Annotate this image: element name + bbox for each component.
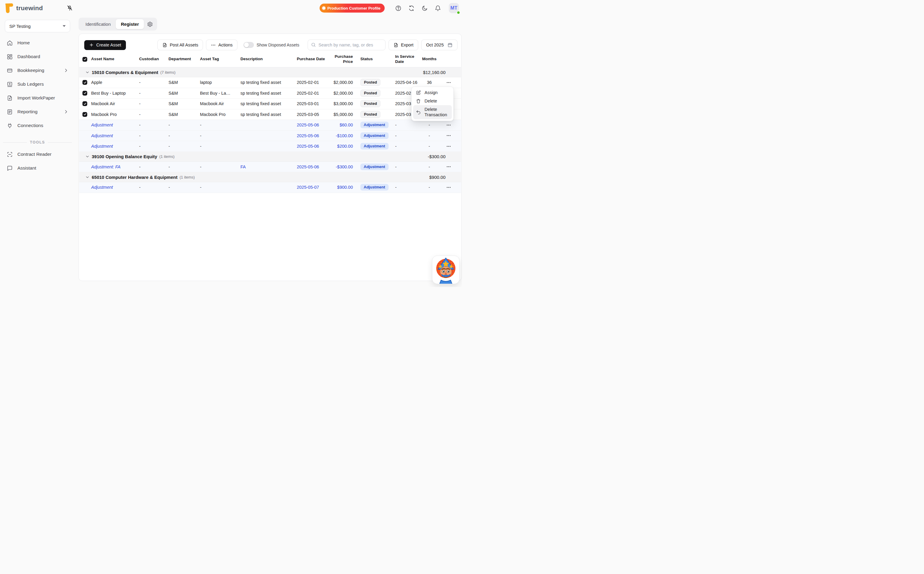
show-disposed-toggle[interactable] <box>244 42 254 48</box>
sidebar-item-bookkeeping[interactable]: Bookkeeping <box>3 63 72 77</box>
actions-button[interactable]: Actions <box>206 39 237 50</box>
environment-badge[interactable]: Production Customer Profile <box>320 3 384 13</box>
file-import-icon <box>6 95 13 101</box>
home-icon <box>6 40 13 46</box>
group-item-count: (1 items) <box>159 154 174 159</box>
group-header-row[interactable]: 39100 Opening Balance Equity(1 items)-$3… <box>79 152 461 162</box>
status-cell: Posted <box>356 79 391 86</box>
sidebar: SP Testing Home Dashboard Bookkeeping <box>0 16 75 175</box>
row-actions-menu-button[interactable] <box>445 121 453 129</box>
wizard-icon <box>434 257 458 284</box>
dark-mode-moon-icon[interactable] <box>421 5 428 11</box>
period-picker-button[interactable]: Oct 2025 <box>421 39 457 50</box>
search-input[interactable] <box>308 39 386 50</box>
row-actions-menu-button[interactable] <box>445 132 453 139</box>
menu-item-delete[interactable]: Delete <box>413 97 452 105</box>
asset-tag-cell: Macbook Air <box>200 101 240 106</box>
custodian-cell: - <box>139 164 168 169</box>
chat-bubble-icon <box>6 165 13 171</box>
row-checkbox[interactable] <box>82 91 87 96</box>
department-cell: - <box>168 133 200 138</box>
user-avatar[interactable]: MT <box>449 3 459 13</box>
months-cell: - <box>420 133 438 138</box>
export-button[interactable]: Export <box>389 39 418 50</box>
chevron-down-icon[interactable] <box>85 70 90 74</box>
status-cell: Adjustment <box>356 143 391 150</box>
column-header: Purchase Price <box>329 54 356 65</box>
sidebar-item-assistant[interactable]: Assistant <box>3 161 72 175</box>
asset-name-cell: Macbook Pro <box>91 112 139 117</box>
purchase-date-cell: 2025-05-06 <box>297 133 329 138</box>
status-cell: Posted <box>356 100 391 107</box>
sidebar-item-home[interactable]: Home <box>3 36 72 50</box>
group-header-row[interactable]: 15010 Computers & Equipment(7 items)$12,… <box>79 68 461 77</box>
group-header-row[interactable]: 65010 Computer Hardware & Equipment(1 it… <box>79 172 461 182</box>
tab-register[interactable]: Register <box>116 19 144 29</box>
status-badge: Adjustment <box>360 121 389 128</box>
sidebar-item-import-workpaper[interactable]: Import WorkPaper <box>3 91 72 105</box>
months-cell: - <box>420 123 438 127</box>
status-badge: Posted <box>360 90 380 97</box>
custodian-cell: - <box>139 185 168 190</box>
in-service-date-cell: - <box>391 185 420 190</box>
sidebar-item-reporting[interactable]: Reporting <box>3 105 72 119</box>
sidebar-item-contract-reader[interactable]: Contract Reader <box>3 147 72 161</box>
sidebar-item-dashboard[interactable]: Dashboard <box>3 50 72 63</box>
row-actions-menu-button[interactable] <box>445 143 453 150</box>
status-badge: Posted <box>360 100 380 107</box>
show-disposed-label: Show Disposed Assets <box>256 43 299 47</box>
help-icon[interactable] <box>395 5 402 11</box>
column-header: Description <box>240 57 297 62</box>
description-cell: FA <box>240 164 297 169</box>
group-total: -$300.00 <box>428 154 446 159</box>
asset-tag-cell: - <box>200 185 240 190</box>
menu-item-assign[interactable]: Assign <box>413 88 452 97</box>
scan-document-icon <box>6 151 13 158</box>
select-all-checkbox[interactable] <box>82 57 87 62</box>
assistant-wizard-avatar[interactable] <box>432 255 460 284</box>
table-row: Adjustment---2025-05-06$200.00Adjustment… <box>79 141 461 152</box>
row-checkbox[interactable] <box>82 112 87 117</box>
in-service-date-cell: - <box>391 164 420 169</box>
row-actions-menu-button[interactable] <box>445 79 453 86</box>
group-title: 39100 Opening Balance Equity <box>92 154 157 159</box>
export-label: Export <box>401 43 413 47</box>
chevron-down-icon[interactable] <box>85 154 90 159</box>
asset-name-cell: Adjustment <box>91 123 139 127</box>
register-toolbar: Create Asset Post All Assets Actions Sho… <box>84 39 457 50</box>
purchase-date-cell: 2025-02-01 <box>297 80 329 85</box>
brand-name: truewind <box>16 5 43 12</box>
row-actions-menu-button[interactable] <box>445 163 453 170</box>
create-asset-button[interactable]: Create Asset <box>84 40 126 50</box>
workspace-select-value: SP Testing <box>9 24 30 29</box>
row-checkbox[interactable] <box>82 80 87 85</box>
purchase-date-cell: 2025-02-01 <box>297 91 329 96</box>
asset-tag-cell: laptop <box>200 80 240 85</box>
chevron-down-icon[interactable] <box>85 175 90 180</box>
months-cell: - <box>420 144 438 148</box>
refresh-icon[interactable] <box>408 5 415 11</box>
row-checkbox-cell <box>82 101 91 106</box>
sidebar-pin-icon[interactable] <box>66 4 73 11</box>
table-row: Adjustment: FA---FA2025-05-06-$300.00Adj… <box>79 162 461 173</box>
row-actions-cell <box>438 143 459 150</box>
notifications-bell-icon[interactable] <box>435 5 441 11</box>
purchase-price-cell: $5,000.00 <box>329 112 356 117</box>
group-total: $12,160.00 <box>423 70 446 75</box>
sidebar-item-sub-ledgers[interactable]: Sub Ledgers <box>3 77 72 91</box>
asset-name-cell: Adjustment <box>91 185 139 190</box>
brand: truewind <box>4 3 43 13</box>
tab-identification[interactable]: Identification <box>80 19 116 29</box>
row-actions-menu-button[interactable] <box>445 184 453 191</box>
sidebar-item-connections[interactable]: Connections <box>3 119 72 132</box>
column-header: Purchase Date <box>297 57 329 62</box>
purchase-date-cell: 2025-03-05 <box>297 112 329 117</box>
column-header: Asset Tag <box>200 57 240 62</box>
purchase-date-cell: 2025-05-06 <box>297 144 329 148</box>
in-service-date-cell: - <box>391 123 420 127</box>
menu-item-delete-transaction[interactable]: Delete Transaction <box>413 105 452 119</box>
workspace-select[interactable]: SP Testing <box>5 20 70 32</box>
post-all-assets-button[interactable]: Post All Assets <box>157 39 203 50</box>
gear-icon[interactable] <box>147 21 153 27</box>
row-checkbox[interactable] <box>82 101 87 106</box>
